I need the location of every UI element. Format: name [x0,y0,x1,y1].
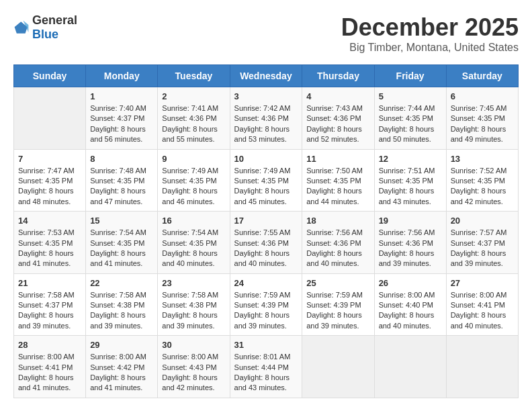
calendar-cell: 17Sunrise: 7:55 AMSunset: 4:36 PMDayligh… [230,212,302,274]
calendar-week-5: 28Sunrise: 8:00 AMSunset: 4:41 PMDayligh… [14,336,519,398]
calendar-cell: 27Sunrise: 8:00 AMSunset: 4:41 PMDayligh… [446,273,518,336]
logo-general: General [32,13,77,27]
day-info: Sunrise: 7:54 AMSunset: 4:35 PMDaylight:… [162,228,225,269]
day-number: 4 [306,91,369,101]
day-number: 19 [379,216,442,226]
calendar-week-2: 7Sunrise: 7:47 AMSunset: 4:35 PMDaylight… [14,149,519,212]
calendar-cell: 15Sunrise: 7:54 AMSunset: 4:35 PMDayligh… [86,212,158,274]
calendar-cell: 23Sunrise: 7:58 AMSunset: 4:38 PMDayligh… [158,273,230,336]
day-number: 1 [90,91,153,101]
day-info: Sunrise: 7:49 AMSunset: 4:35 PMDaylight:… [162,166,225,208]
day-number: 8 [90,154,153,164]
month-title: December 2025 [341,13,519,42]
day-info: Sunrise: 7:44 AMSunset: 4:35 PMDaylight:… [379,103,442,145]
day-number: 20 [451,216,514,226]
day-number: 2 [162,91,225,101]
day-number: 30 [162,340,225,350]
page-header: General Blue December 2025 Big Timber, M… [13,13,519,54]
day-info: Sunrise: 7:55 AMSunset: 4:36 PMDaylight:… [234,228,298,269]
calendar-cell: 16Sunrise: 7:54 AMSunset: 4:35 PMDayligh… [158,212,230,274]
day-number: 23 [162,278,225,288]
day-info: Sunrise: 7:41 AMSunset: 4:36 PMDaylight:… [162,103,225,145]
calendar-cell: 28Sunrise: 8:00 AMSunset: 4:41 PMDayligh… [14,336,86,398]
logo-text: General Blue [32,13,77,42]
day-info: Sunrise: 7:54 AMSunset: 4:35 PMDaylight:… [90,228,153,269]
day-number: 14 [18,216,81,226]
calendar-cell: 6Sunrise: 7:45 AMSunset: 4:35 PMDaylight… [446,87,518,150]
day-info: Sunrise: 7:43 AMSunset: 4:36 PMDaylight:… [306,103,369,145]
calendar-table: SundayMondayTuesdayWednesdayThursdayFrid… [13,64,519,398]
calendar-cell: 1Sunrise: 7:40 AMSunset: 4:37 PMDaylight… [86,87,158,150]
calendar-cell: 24Sunrise: 7:59 AMSunset: 4:39 PMDayligh… [230,273,302,336]
day-header-wednesday: Wednesday [230,65,302,87]
day-info: Sunrise: 8:00 AMSunset: 4:43 PMDaylight:… [162,352,225,394]
day-info: Sunrise: 8:00 AMSunset: 4:42 PMDaylight:… [90,352,153,394]
calendar-cell: 14Sunrise: 7:53 AMSunset: 4:35 PMDayligh… [14,212,86,274]
day-info: Sunrise: 7:40 AMSunset: 4:37 PMDaylight:… [90,103,153,145]
day-header-tuesday: Tuesday [158,65,230,87]
calendar-cell: 8Sunrise: 7:48 AMSunset: 4:35 PMDaylight… [86,149,158,212]
calendar-week-3: 14Sunrise: 7:53 AMSunset: 4:35 PMDayligh… [14,212,519,274]
day-info: Sunrise: 7:57 AMSunset: 4:37 PMDaylight:… [451,228,514,269]
day-number: 11 [306,154,369,164]
calendar-week-4: 21Sunrise: 7:58 AMSunset: 4:37 PMDayligh… [14,273,519,336]
day-info: Sunrise: 7:58 AMSunset: 4:38 PMDaylight:… [90,290,153,332]
day-info: Sunrise: 7:52 AMSunset: 4:35 PMDaylight:… [451,166,514,208]
day-number: 28 [18,340,81,350]
day-info: Sunrise: 8:00 AMSunset: 4:41 PMDaylight:… [18,352,81,394]
day-number: 31 [234,340,298,350]
day-info: Sunrise: 7:50 AMSunset: 4:35 PMDaylight:… [306,166,369,208]
day-header-saturday: Saturday [446,65,518,87]
location-subtitle: Big Timber, Montana, United States [341,42,519,54]
calendar-cell: 2Sunrise: 7:41 AMSunset: 4:36 PMDaylight… [158,87,230,150]
day-info: Sunrise: 7:59 AMSunset: 4:39 PMDaylight:… [234,290,298,332]
calendar-cell: 20Sunrise: 7:57 AMSunset: 4:37 PMDayligh… [446,212,518,274]
calendar-cell: 21Sunrise: 7:58 AMSunset: 4:37 PMDayligh… [14,273,86,336]
calendar-cell: 4Sunrise: 7:43 AMSunset: 4:36 PMDaylight… [302,87,374,150]
logo-blue: Blue [32,28,58,41]
logo-icon [13,19,30,36]
day-number: 6 [451,91,514,101]
day-header-sunday: Sunday [14,65,86,87]
day-number: 18 [306,216,369,226]
day-info: Sunrise: 7:48 AMSunset: 4:35 PMDaylight:… [90,166,153,208]
calendar-cell: 22Sunrise: 7:58 AMSunset: 4:38 PMDayligh… [86,273,158,336]
calendar-cell: 26Sunrise: 8:00 AMSunset: 4:40 PMDayligh… [374,273,446,336]
calendar-cell: 25Sunrise: 7:59 AMSunset: 4:39 PMDayligh… [302,273,374,336]
calendar-cell: 9Sunrise: 7:49 AMSunset: 4:35 PMDaylight… [158,149,230,212]
day-number: 10 [234,154,298,164]
day-number: 13 [451,154,514,164]
calendar-cell [374,336,446,398]
day-number: 5 [379,91,442,101]
day-info: Sunrise: 7:47 AMSunset: 4:35 PMDaylight:… [18,166,81,208]
day-header-friday: Friday [374,65,446,87]
day-info: Sunrise: 7:59 AMSunset: 4:39 PMDaylight:… [306,290,369,332]
day-number: 17 [234,216,298,226]
calendar-cell [14,87,86,150]
day-number: 26 [379,278,442,288]
calendar-cell: 29Sunrise: 8:00 AMSunset: 4:42 PMDayligh… [86,336,158,398]
calendar-cell: 13Sunrise: 7:52 AMSunset: 4:35 PMDayligh… [446,149,518,212]
day-number: 21 [18,278,81,288]
day-info: Sunrise: 7:49 AMSunset: 4:35 PMDaylight:… [234,166,298,208]
calendar-cell: 18Sunrise: 7:56 AMSunset: 4:36 PMDayligh… [302,212,374,274]
calendar-cell: 12Sunrise: 7:51 AMSunset: 4:35 PMDayligh… [374,149,446,212]
day-number: 9 [162,154,225,164]
calendar-header-row: SundayMondayTuesdayWednesdayThursdayFrid… [14,65,519,87]
day-info: Sunrise: 7:58 AMSunset: 4:37 PMDaylight:… [18,290,81,332]
calendar-cell: 7Sunrise: 7:47 AMSunset: 4:35 PMDaylight… [14,149,86,212]
day-info: Sunrise: 7:53 AMSunset: 4:35 PMDaylight:… [18,228,81,269]
day-number: 16 [162,216,225,226]
day-info: Sunrise: 7:56 AMSunset: 4:36 PMDaylight:… [379,228,442,269]
calendar-cell: 10Sunrise: 7:49 AMSunset: 4:35 PMDayligh… [230,149,302,212]
day-number: 7 [18,154,81,164]
day-number: 22 [90,278,153,288]
calendar-cell: 30Sunrise: 8:00 AMSunset: 4:43 PMDayligh… [158,336,230,398]
calendar-cell: 11Sunrise: 7:50 AMSunset: 4:35 PMDayligh… [302,149,374,212]
day-number: 12 [379,154,442,164]
day-header-monday: Monday [86,65,158,87]
calendar-cell: 3Sunrise: 7:42 AMSunset: 4:36 PMDaylight… [230,87,302,150]
day-number: 27 [451,278,514,288]
title-block: December 2025 Big Timber, Montana, Unite… [341,13,519,54]
day-number: 25 [306,278,369,288]
